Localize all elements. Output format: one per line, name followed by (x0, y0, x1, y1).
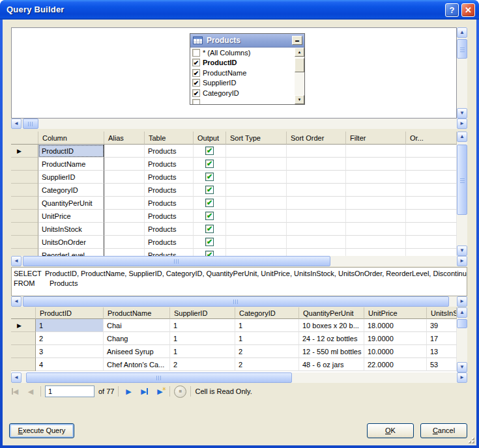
field-row-productname[interactable]: ✔ ProductName (190, 68, 304, 78)
row-selector[interactable] (11, 197, 38, 210)
alias-cell[interactable] (104, 236, 145, 249)
result-cell[interactable]: 10.0000 (364, 345, 427, 358)
or-cell[interactable] (406, 171, 457, 184)
arrow-down-icon[interactable]: ▼ (457, 108, 467, 119)
table-cell[interactable]: Products (145, 249, 194, 256)
sort-type-cell[interactable] (226, 210, 287, 223)
arrow-right-icon[interactable]: ► (457, 119, 467, 129)
result-cell[interactable]: 48 - 6 oz jars (299, 358, 364, 371)
row-selector[interactable] (11, 249, 38, 256)
result-cell[interactable]: 22.0000 (364, 358, 427, 371)
column-header[interactable]: Sort Order (287, 132, 346, 145)
field-row-productid[interactable]: ✔ ProductID (190, 58, 304, 68)
column-header[interactable]: CategoryID (235, 307, 299, 319)
move-next-button[interactable]: ▶ (123, 386, 134, 397)
filter-cell[interactable] (346, 184, 406, 197)
table-cell[interactable]: Products (145, 236, 194, 249)
column-header[interactable]: Or... (406, 132, 457, 145)
sql-hscrollbar[interactable]: ◄ ► (11, 296, 467, 307)
row-selector[interactable] (11, 223, 38, 236)
result-row[interactable]: ▶ 1 Chai 1 1 10 boxes x 20 b... 18.0000 … (11, 319, 457, 332)
row-selector[interactable] (11, 184, 38, 197)
arrow-left-icon[interactable]: ◄ (11, 256, 22, 266)
arrow-up-icon[interactable]: ▲ (295, 48, 304, 57)
row-selector[interactable]: ▶ (11, 319, 36, 332)
sort-order-cell[interactable] (287, 210, 346, 223)
move-first-button[interactable]: ◀ (9, 386, 21, 397)
output-cell[interactable]: ✔ (194, 223, 226, 236)
scrollbar-thumb[interactable] (23, 296, 449, 307)
output-cell[interactable]: ✔ (194, 158, 226, 171)
arrow-down-icon[interactable]: ▼ (457, 245, 467, 256)
arrow-right-icon[interactable]: ► (457, 372, 467, 383)
column-cell[interactable]: ProductName (38, 158, 104, 171)
table-cell[interactable]: Products (145, 223, 194, 236)
row-selector[interactable] (11, 158, 38, 171)
sql-text-area[interactable]: SELECT ProductID, ProductName, SupplierI… (11, 267, 467, 296)
criteria-row[interactable]: ▶ ProductID Products ✔ (11, 145, 457, 158)
alias-cell[interactable] (104, 223, 145, 236)
row-selector[interactable] (11, 171, 38, 184)
output-cell[interactable]: ✔ (194, 184, 226, 197)
filter-cell[interactable] (346, 249, 406, 256)
criteria-row[interactable]: UnitsOnOrder Products ✔ (11, 236, 457, 249)
result-cell[interactable]: 1 (170, 319, 235, 332)
field-checkbox-checked[interactable]: ✔ (192, 89, 200, 97)
filter-cell[interactable] (346, 223, 406, 236)
scrollbar-thumb[interactable] (26, 372, 292, 383)
execute-query-button[interactable]: Execute Query (9, 423, 74, 438)
sort-type-cell[interactable] (226, 171, 287, 184)
alias-cell[interactable] (104, 171, 145, 184)
scrollbar-thumb[interactable] (23, 256, 330, 266)
criteria-row[interactable]: ProductName Products ✔ (11, 158, 457, 171)
criteria-row[interactable]: UnitsInStock Products ✔ (11, 223, 457, 236)
result-cell[interactable]: Chang (104, 332, 170, 345)
result-cell[interactable]: 17 (427, 332, 457, 345)
table-cell[interactable]: Products (145, 171, 194, 184)
sort-type-cell[interactable] (226, 145, 287, 158)
result-cell[interactable]: 1 (235, 319, 299, 332)
or-cell[interactable] (406, 184, 457, 197)
scrollbar-thumb[interactable] (457, 39, 467, 59)
arrow-down-icon[interactable]: ▼ (457, 362, 467, 372)
output-checkbox[interactable]: ✔ (205, 186, 214, 194)
field-list-scrollbar[interactable]: ▲ ▼ (295, 48, 304, 104)
or-cell[interactable] (406, 197, 457, 210)
column-header[interactable]: ProductName (104, 307, 170, 319)
products-table-header[interactable]: Products ▬ (190, 34, 304, 48)
column-header[interactable]: Alias (104, 132, 145, 145)
output-checkbox[interactable]: ✔ (205, 251, 214, 256)
criteria-vscrollbar[interactable]: ▲ ▼ (457, 132, 467, 256)
sort-order-cell[interactable] (287, 171, 346, 184)
column-cell[interactable]: ReorderLevel (38, 249, 104, 256)
row-selector[interactable]: ▶ (11, 145, 38, 158)
scrollbar-thumb[interactable] (23, 119, 38, 129)
or-cell[interactable] (406, 249, 457, 256)
diagram-vscrollbar[interactable]: ▲ ▼ (457, 27, 467, 119)
sort-order-cell[interactable] (287, 249, 346, 256)
criteria-row[interactable]: SupplierID Products ✔ (11, 171, 457, 184)
move-last-button[interactable]: ▶ (138, 386, 150, 397)
sort-order-cell[interactable] (287, 158, 346, 171)
result-cell[interactable]: 12 - 550 ml bottles (299, 345, 364, 358)
or-cell[interactable] (406, 145, 457, 158)
column-header[interactable]: UnitsInStock (427, 307, 457, 319)
result-cell[interactable]: 2 (36, 332, 104, 345)
sort-order-cell[interactable] (287, 223, 346, 236)
arrow-right-icon[interactable]: ► (457, 296, 467, 307)
output-checkbox[interactable]: ✔ (205, 199, 214, 207)
scrollbar-thumb[interactable] (295, 58, 304, 72)
result-row[interactable]: 2 Chang 1 1 24 - 12 oz bottles 19.0000 1… (11, 332, 457, 345)
titlebar[interactable]: Query Builder ? ✕ (0, 0, 479, 20)
or-cell[interactable] (406, 210, 457, 223)
row-selector[interactable] (11, 345, 36, 358)
result-cell[interactable]: 3 (36, 345, 104, 358)
output-cell[interactable]: ✔ (194, 236, 226, 249)
result-cell[interactable]: Chai (104, 319, 170, 332)
results-hscrollbar[interactable]: ◄ ► (11, 372, 467, 383)
column-cell[interactable]: QuantityPerUnit (38, 197, 104, 210)
table-cell[interactable]: Products (145, 184, 194, 197)
result-cell[interactable]: Chef Anton's Ca... (104, 358, 170, 371)
ok-button[interactable]: OK (367, 423, 414, 438)
result-cell[interactable]: 2 (170, 358, 235, 371)
